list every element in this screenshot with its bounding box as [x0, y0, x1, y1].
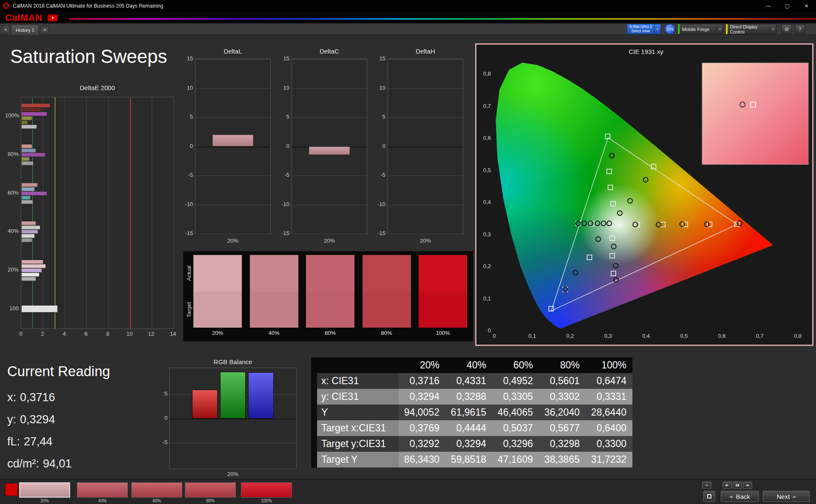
delta-bar: [212, 135, 253, 146]
meter-select[interactable]: X-Rite i1Pro 2 Direct View ▾: [627, 24, 661, 34]
back-chevron-icon: «: [730, 493, 733, 500]
swatch-100%: [419, 255, 467, 328]
close-button[interactable]: ✕: [797, 0, 816, 11]
deltae-bar: [22, 226, 40, 229]
column-header: 20%: [399, 357, 445, 373]
eject-button[interactable]: ⏏: [743, 481, 752, 489]
x-category-label: 20%: [292, 238, 367, 244]
next-button[interactable]: Next »: [763, 491, 810, 502]
table-cell: 38,3865: [539, 452, 586, 467]
current-reading-title: Current Reading: [7, 363, 152, 379]
y-group-label: 40%: [5, 228, 19, 234]
next-chevron-icon: »: [793, 493, 796, 500]
y-tick-label: 0,1: [483, 295, 491, 302]
tab-scroll-button[interactable]: ▸: [3, 25, 9, 33]
deltae-bar: [22, 306, 57, 312]
deltae-bar: [22, 273, 39, 277]
deltac-chart: DeltaC 20% 151050-5-10-15: [277, 48, 372, 247]
swatch-label: 80%: [363, 330, 411, 336]
swatch-60%: [306, 255, 354, 328]
delta-bar: [309, 147, 350, 155]
app-window: CalMAN 2018 CalMAN Ultimate for Business…: [0, 0, 816, 504]
deltae-2000-chart: DeltaE 2000 100%80%60%40%20%100024681012…: [5, 84, 175, 339]
maximize-button[interactable]: ▢: [778, 0, 797, 11]
table-row: Target Y86,343059,851847,160938,386531,7…: [311, 452, 632, 467]
y-tick-label: 15: [373, 55, 385, 62]
chart-title: RGB Balance: [169, 358, 297, 365]
next-label: Next: [776, 493, 790, 500]
back-button[interactable]: « Back: [721, 491, 759, 502]
bottom-bar: 20%40%60%80%100% ⏶▶▮▮⏏ « Back Next »: [0, 479, 816, 504]
gridline: [388, 234, 463, 234]
reading-label: x:: [7, 391, 16, 404]
patch-40%[interactable]: [77, 482, 128, 498]
table-cell: 47,1609: [492, 452, 539, 467]
table-cell: 94,0052: [399, 405, 445, 420]
deltae-bar: [22, 108, 41, 112]
table-strip: [311, 389, 317, 405]
table-strip: [311, 357, 317, 373]
title-bar: CalMAN 2018 CalMAN Ultimate for Business…: [0, 0, 816, 11]
target-row-label: Target: [185, 292, 193, 328]
y-tick-label: 0,6: [483, 135, 491, 141]
add-tab-button[interactable]: +: [41, 26, 48, 33]
chevron-down-icon: ▾: [654, 24, 660, 34]
y-group-label: 100: [5, 305, 19, 311]
collapse-panel-button[interactable]: ⏶: [702, 481, 711, 489]
patch-60%[interactable]: [131, 482, 182, 498]
x-tick-label: 0,3: [604, 333, 612, 339]
swatch-label: 20%: [193, 330, 242, 336]
play-button[interactable]: ▶: [722, 481, 732, 489]
logo-dropdown-button[interactable]: ▾: [48, 14, 58, 21]
swatch-label: 100%: [419, 330, 467, 336]
gridline: [292, 117, 367, 118]
reading-value: 0,3716: [20, 391, 55, 404]
column-header: 100%: [586, 357, 632, 373]
help-button[interactable]: ?: [795, 24, 805, 34]
table-cell: 31,7232: [586, 452, 632, 467]
pause-button[interactable]: ▮▮: [733, 481, 742, 489]
y-tick-label: 0,7: [483, 103, 491, 109]
tab-history-1[interactable]: History 1: [11, 25, 39, 35]
patch-100%[interactable]: [241, 482, 292, 498]
table-cell: 0,3302: [539, 389, 586, 405]
gridline: [388, 205, 463, 205]
actual-color: [306, 255, 354, 292]
minimize-button[interactable]: —: [759, 0, 778, 11]
actual-color: [193, 255, 242, 292]
y-tick-label: 0: [373, 143, 385, 149]
chart-title: DeltaL: [195, 48, 271, 55]
table-cell: 0,3305: [492, 389, 539, 405]
patch-label: 40%: [77, 498, 128, 503]
x-tick-label: 10: [125, 331, 135, 337]
y-tick-label: -5: [373, 172, 385, 178]
reading-fl: fL:27,44: [7, 435, 53, 448]
app-icon: [3, 3, 9, 9]
gridline: [173, 97, 174, 328]
gridline: [388, 147, 463, 147]
x-tick-label: 0,4: [642, 333, 650, 339]
spectrum-gradient-bar: [69, 18, 816, 20]
deltae-bar: [22, 234, 34, 238]
table-cell: 0,4952: [492, 373, 539, 389]
actual-color: [250, 255, 298, 292]
row-label: Target Y: [317, 452, 399, 467]
patch-20%[interactable]: [19, 482, 70, 498]
x-tick-label: 0,6: [718, 333, 725, 339]
stop-button[interactable]: [703, 491, 715, 502]
settings-button[interactable]: ⚙: [782, 24, 792, 34]
column-header: 80%: [539, 357, 586, 373]
y-tick-label: -10: [180, 201, 193, 207]
rgb-plot: [169, 368, 297, 469]
source-select[interactable]: Mobile Forge ▾: [677, 24, 723, 34]
back-label: Back: [736, 493, 750, 500]
deltah-plot: [388, 59, 463, 234]
row-label: Target x:CIE31: [317, 420, 399, 436]
patch-80%[interactable]: [185, 482, 236, 498]
display-control-select[interactable]: Direct Display Control ▾: [725, 24, 776, 34]
gridline: [292, 88, 367, 89]
meter-status-badge[interactable]: 173: [665, 24, 675, 34]
table-cell: 28,6440: [586, 405, 632, 420]
patch-label: 80%: [185, 498, 236, 503]
deltal-chart: DeltaL 20% 151050-5-10-15: [180, 48, 276, 247]
